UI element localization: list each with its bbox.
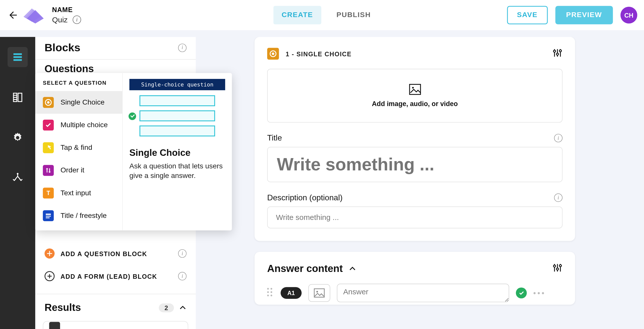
info-icon[interactable]: i <box>178 272 186 280</box>
qtype-label: Tap & find <box>60 144 92 152</box>
questions-section-header[interactable]: Questions <box>35 60 196 72</box>
tab-create[interactable]: CREATE <box>273 6 321 24</box>
blocks-sidebar: Blocks i Questions SELECT A QUESTION Sin… <box>35 37 196 329</box>
results-count: 2 <box>159 303 174 312</box>
qtype-detail-desc: Ask a question that lets users give a si… <box>129 162 225 181</box>
mark-correct-icon[interactable] <box>516 288 527 298</box>
svg-rect-2 <box>13 59 22 61</box>
result-thumb-icon <box>49 322 60 329</box>
order-it-icon <box>43 165 54 176</box>
drag-handle-icon[interactable] <box>267 288 274 298</box>
rail-design-icon[interactable] <box>8 87 28 107</box>
preview-option-row <box>139 95 215 106</box>
svg-rect-22 <box>409 84 420 95</box>
answer-badge: A1 <box>280 287 301 299</box>
answer-card: Answer content A1 <box>255 252 575 305</box>
add-form-block[interactable]: ADD A FORM (LEAD) BLOCK i <box>35 271 196 281</box>
question-card: 1 - SINGLE CHOICE Add image, audio, or v… <box>255 37 575 241</box>
qtype-single-choice[interactable]: Single Choice <box>35 91 122 114</box>
answer-image-button[interactable] <box>308 284 330 302</box>
plus-outline-icon <box>45 271 55 281</box>
svg-rect-27 <box>314 289 324 297</box>
chevron-up-icon[interactable] <box>349 265 356 272</box>
qtype-label: Single Choice <box>60 98 104 107</box>
tab-publish[interactable]: PUBLISH <box>337 11 371 19</box>
svg-point-18 <box>272 53 274 55</box>
qtype-title-freestyle[interactable]: Title / freestyle <box>35 204 122 227</box>
svg-point-19 <box>553 50 555 52</box>
qtype-text-input[interactable]: T Text input <box>35 182 122 204</box>
qtype-label: Title / freestyle <box>60 212 107 220</box>
results-title: Results <box>45 302 81 314</box>
project-name-label[interactable]: NAME <box>52 6 81 14</box>
svg-point-21 <box>559 50 561 52</box>
plus-icon <box>45 249 55 259</box>
more-options-icon[interactable] <box>534 292 544 294</box>
title-input[interactable] <box>267 147 562 182</box>
rail-blocks-icon[interactable] <box>8 47 28 67</box>
svg-rect-14 <box>46 214 51 215</box>
rail-logic-icon[interactable] <box>8 168 28 188</box>
question-type-popover: SELECT A QUESTION Single Choice Multiple… <box>35 73 232 230</box>
info-icon[interactable]: i <box>554 134 562 142</box>
svg-point-23 <box>412 87 414 89</box>
question-settings-icon[interactable] <box>552 48 562 60</box>
project-name-block: NAME Quiz i <box>52 6 81 24</box>
question-type-badge <box>267 48 279 60</box>
media-dropzone[interactable]: Add image, audio, or video <box>267 69 562 123</box>
answer-settings-icon[interactable] <box>552 263 562 274</box>
answer-row: A1 <box>267 284 562 302</box>
multiple-choice-icon <box>43 120 54 130</box>
svg-rect-16 <box>46 217 50 218</box>
qtype-label: Multiple choice <box>60 121 108 129</box>
results-section-header[interactable]: Results 2 <box>35 294 196 321</box>
add-question-label: ADD A QUESTION BLOCK <box>60 250 147 257</box>
svg-point-20 <box>556 53 558 55</box>
svg-point-26 <box>559 265 561 267</box>
question-label: 1 - SINGLE CHOICE <box>286 50 352 57</box>
image-icon <box>409 83 421 95</box>
add-form-label: ADD A FORM (LEAD) BLOCK <box>60 273 157 280</box>
rail-settings-icon[interactable] <box>8 128 28 148</box>
result-item[interactable] <box>43 321 188 329</box>
svg-point-24 <box>553 265 555 267</box>
qtype-preview: Single-choice question <box>129 79 225 142</box>
qtype-order-it[interactable]: Order it <box>35 159 122 182</box>
text-input-icon: T <box>43 187 54 198</box>
qtype-label: Order it <box>60 166 84 174</box>
info-icon[interactable]: i <box>73 16 81 24</box>
project-subtitle: Quiz <box>52 15 68 24</box>
answer-section-title: Answer content <box>267 263 343 274</box>
svg-text:T: T <box>47 190 50 197</box>
top-bar: NAME Quiz i CREATE PUBLISH SAVE PREVIEW … <box>0 0 644 30</box>
qtype-tap-find[interactable]: Tap & find <box>35 136 122 159</box>
info-icon[interactable]: i <box>554 194 562 202</box>
preview-button[interactable]: PREVIEW <box>555 6 613 24</box>
media-drop-label: Add image, audio, or video <box>372 100 458 108</box>
chevron-up-icon <box>179 304 186 311</box>
add-question-block[interactable]: ADD A QUESTION BLOCK i <box>35 249 196 259</box>
svg-rect-15 <box>46 216 51 216</box>
user-avatar[interactable]: CH <box>620 7 637 24</box>
info-icon[interactable]: i <box>178 43 186 52</box>
preview-option-row-selected <box>139 110 215 121</box>
answer-input[interactable] <box>337 284 509 302</box>
svg-point-9 <box>16 136 19 139</box>
save-button[interactable]: SAVE <box>507 6 548 24</box>
title-field-label: Title <box>267 133 282 143</box>
svg-rect-0 <box>13 53 22 55</box>
left-rail <box>0 37 35 329</box>
tap-find-icon <box>43 142 54 153</box>
svg-point-10 <box>17 173 19 175</box>
blocks-title: Blocks <box>45 41 80 54</box>
svg-point-28 <box>316 291 318 293</box>
description-field-label: Description (optional) <box>267 193 343 202</box>
single-choice-icon <box>43 97 54 108</box>
qtype-label: Text input <box>60 189 91 197</box>
preview-option-row <box>139 125 215 136</box>
description-input[interactable] <box>267 207 562 228</box>
qtype-multiple-choice[interactable]: Multiple choice <box>35 114 122 136</box>
qtype-detail-title: Single Choice <box>129 147 225 158</box>
back-arrow-icon[interactable] <box>7 9 19 21</box>
info-icon[interactable]: i <box>178 249 186 258</box>
